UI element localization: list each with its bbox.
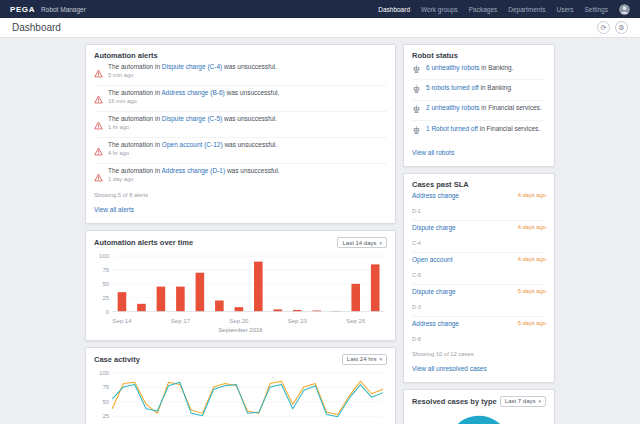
nav-items: Dashboard Work groups Packages Departmen… — [378, 4, 630, 15]
sla-case-link[interactable]: Open account — [412, 256, 452, 263]
robot-status-card: Robot status 6 unhealthy robots in Banki… — [403, 44, 555, 167]
time-range-value: Last 7 days — [505, 398, 536, 404]
alert-timestamp: 1 day ago — [108, 176, 280, 182]
sla-case-link[interactable]: Address change — [412, 320, 459, 327]
alert-case-link[interactable]: Open account (C-12) — [162, 141, 223, 148]
robot-status-text: 6 unhealthy robots in Banking. — [426, 64, 513, 72]
warning-icon — [94, 64, 103, 82]
left-column: Automation alerts The automation in Disp… — [85, 44, 396, 424]
alerts-summary: Showing 5 of 8 alerts — [94, 192, 387, 198]
sla-case-age: 4 days ago — [518, 256, 546, 262]
nav-item-packages[interactable]: Packages — [469, 6, 498, 13]
robot-icon — [412, 85, 421, 96]
sla-case-id: C-4 — [412, 240, 421, 246]
nav-item-users[interactable]: Users — [557, 6, 574, 13]
time-range-select[interactable]: Last 24 hrs ▾ — [342, 354, 387, 365]
alert-case-link[interactable]: Address change (B-6) — [162, 89, 225, 96]
sla-case-id: C-9 — [412, 272, 421, 278]
alert-item: The automation in Address change (D-1) w… — [94, 163, 387, 189]
svg-text:Sep 26: Sep 26 — [346, 318, 366, 324]
case-activity-card: Case activity Last 24 hrs ▾ 2550751003:0… — [85, 347, 396, 424]
svg-text:0: 0 — [106, 309, 110, 315]
robot-status-text: 5 robots turned off in Banking. — [426, 84, 513, 92]
robot-status-item: 6 unhealthy robots in Banking. — [412, 60, 546, 79]
chart-caption: September 2016 — [94, 327, 387, 333]
chevron-down-icon: ▾ — [538, 398, 541, 404]
refresh-icon: ⟳ — [601, 24, 607, 31]
alert-prefix: The automation in — [108, 115, 160, 122]
cases-past-sla-card: Cases past SLA Address change D-1 4 days… — [403, 173, 555, 383]
alert-prefix: The automation in — [108, 63, 160, 70]
alert-prefix: The automation in — [108, 89, 160, 96]
nav-item-departments[interactable]: Departments — [508, 6, 545, 13]
robot-icon — [412, 65, 421, 76]
alert-case-link[interactable]: Dispute charge (C-5) — [162, 115, 222, 122]
alert-item: The automation in Dispute charge (C-4) w… — [94, 60, 387, 85]
alert-text: The automation in Dispute charge (C-5) w… — [108, 115, 277, 123]
robot-status-text: 1 Robot turned off in Financial services… — [426, 125, 540, 133]
robot-icon — [412, 126, 421, 137]
sla-case-age: 5 days ago — [518, 320, 546, 326]
nav-item-settings[interactable]: Settings — [585, 6, 609, 13]
gear-icon: ⚙ — [618, 24, 624, 31]
warning-icon — [94, 168, 103, 186]
svg-text:25: 25 — [102, 295, 109, 301]
sla-case-link[interactable]: Dispute charge — [412, 224, 456, 231]
sla-case-link[interactable]: Dispute charge — [412, 288, 456, 295]
avatar-icon — [619, 4, 630, 15]
svg-text:Sep 17: Sep 17 — [171, 318, 191, 324]
robot-status-rest: in Financial services. — [481, 104, 541, 111]
sla-case-link[interactable]: Address change — [412, 192, 459, 199]
settings-button[interactable]: ⚙ — [615, 21, 628, 34]
svg-text:50: 50 — [102, 281, 109, 287]
view-all-unresolved-link[interactable]: View all unresolved cases — [412, 365, 487, 372]
header-actions: ⟳ ⚙ — [597, 21, 628, 34]
time-range-select[interactable]: Last 7 days ▾ — [500, 396, 546, 407]
alert-text: The automation in Dispute charge (C-4) w… — [108, 63, 277, 71]
alert-timestamp: 1 hr ago — [108, 124, 277, 130]
alert-suffix: was unsuccessful. — [224, 63, 277, 70]
svg-text:Sep 23: Sep 23 — [288, 318, 308, 324]
alert-case-link[interactable]: Address change (D-1) — [162, 167, 226, 174]
alert-prefix: The automation in — [108, 141, 160, 148]
view-all-robots-link[interactable]: View all robots — [412, 149, 454, 156]
svg-text:75: 75 — [102, 384, 109, 390]
sla-case-age: 4 days ago — [518, 192, 546, 198]
alert-case-link[interactable]: Dispute charge (C-4) — [162, 63, 222, 70]
warning-icon — [94, 90, 103, 108]
warning-icon — [94, 142, 103, 160]
sla-case-id: D-3 — [412, 304, 421, 310]
card-title: Case activity — [94, 355, 140, 364]
user-avatar[interactable] — [619, 4, 630, 15]
alert-suffix: was unsuccessful. — [227, 89, 280, 96]
robot-status-text: 2 unhealthy robots in Financial services… — [426, 104, 542, 112]
dashboard-content: Automation alerts The automation in Disp… — [0, 38, 640, 424]
card-title: Automation alerts over time — [94, 238, 193, 247]
robot-status-rest: in Banking. — [480, 84, 512, 91]
alert-text: The automation in Open account (C-12) wa… — [108, 141, 277, 149]
sla-case-age: 4 days ago — [518, 224, 546, 230]
robot-status-item: 5 robots turned off in Banking. — [412, 79, 546, 99]
robot-status-link[interactable]: 2 unhealthy robots — [426, 104, 479, 111]
right-column: Robot status 6 unhealthy robots in Banki… — [403, 44, 555, 424]
pega-logo[interactable]: PEGA — [10, 5, 35, 14]
time-range-select[interactable]: Last 14 days ▾ — [337, 237, 387, 248]
svg-text:100: 100 — [99, 253, 110, 259]
nav-item-work-groups[interactable]: Work groups — [421, 6, 458, 13]
alert-timestamp: 4 hr ago — [108, 150, 277, 156]
view-all-alerts-link[interactable]: View all alerts — [94, 206, 134, 213]
robot-status-link[interactable]: 5 robots turned off — [426, 84, 479, 91]
svg-text:25: 25 — [102, 413, 109, 419]
svg-text:100: 100 — [99, 370, 110, 376]
nav-item-dashboard[interactable]: Dashboard — [378, 6, 410, 13]
sla-case-id: D-1 — [412, 208, 421, 214]
resolved-by-type-card: Resolved cases by type Last 7 days ▾ 128… — [403, 389, 555, 424]
refresh-button[interactable]: ⟳ — [597, 21, 610, 34]
sla-case-item: Dispute charge C-4 4 days ago — [412, 220, 546, 252]
robot-status-rest: in Banking. — [481, 64, 513, 71]
automation-alerts-card: Automation alerts The automation in Disp… — [85, 44, 396, 224]
robot-status-link[interactable]: 6 unhealthy robots — [426, 64, 479, 71]
page-title: Dashboard — [12, 22, 61, 33]
robot-status-link[interactable]: 1 Robot turned off — [426, 125, 478, 132]
chevron-down-icon: ▾ — [379, 356, 382, 362]
